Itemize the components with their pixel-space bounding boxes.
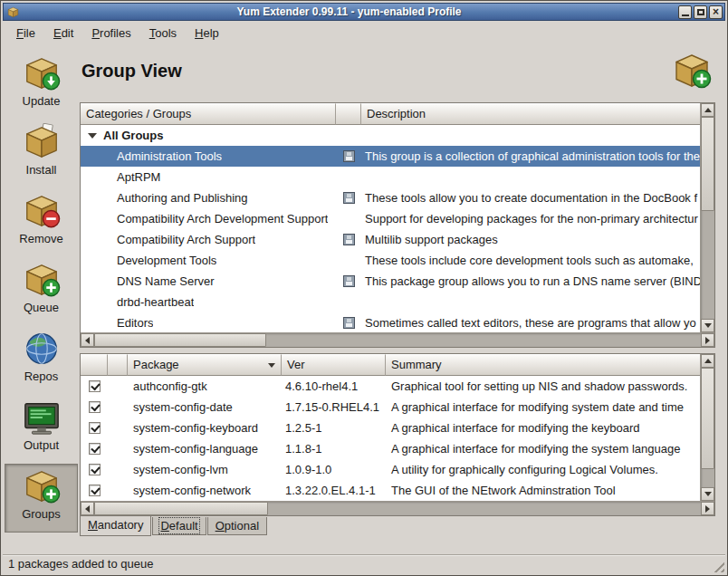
scroll-thumb[interactable] (701, 117, 714, 211)
group-row[interactable]: DNS Name Server This package group allow… (81, 271, 700, 292)
page-title: Group View (81, 61, 182, 82)
arrow-up-icon (704, 359, 712, 363)
package-name: system-config-lvm (128, 459, 282, 480)
package-row[interactable]: authconfig-gtk 4.6.10-rhel4.1 Graphical … (81, 376, 700, 397)
groups-horizontal-scrollbar[interactable] (81, 332, 714, 347)
package-version: 1.1.8-1 (282, 438, 386, 459)
group-description: These tools allow you to create document… (361, 187, 700, 208)
group-row[interactable]: Compatibility Arch Support Multilib supp… (81, 229, 700, 250)
tab-default[interactable]: Default (152, 517, 206, 535)
package-checkbox[interactable] (89, 380, 101, 392)
package-checkbox[interactable] (89, 401, 101, 413)
sidebar-item-output[interactable]: Output (5, 395, 78, 464)
group-row[interactable]: drbd-heartbeat (81, 292, 700, 312)
scroll-track[interactable] (94, 333, 701, 347)
menu-profiles[interactable]: Profiles (83, 24, 139, 42)
sidebar-item-install[interactable]: Install (5, 120, 78, 188)
titlebar[interactable]: Yum Extender 0.99.11 - yum-enabled Profi… (3, 3, 725, 21)
package-row[interactable]: system-config-language 1.1.8-1 A graphic… (81, 438, 700, 459)
sidebar-label: Remove (5, 232, 77, 245)
menu-edit[interactable]: Edit (45, 24, 81, 42)
group-row[interactable]: Administration Tools This group is a col… (81, 146, 700, 167)
package-summary: A utility for graphically configuring Lo… (386, 459, 700, 480)
groups-vertical-scrollbar[interactable] (700, 103, 714, 332)
group-row[interactable]: Compatibility Arch Development Support S… (81, 208, 700, 229)
scroll-track[interactable] (701, 117, 714, 319)
groups-table: Categories / Groups Description All Grou… (80, 102, 715, 348)
scroll-track[interactable] (701, 368, 714, 487)
group-row[interactable]: AptRPM (81, 167, 700, 187)
package-version: 4.6.10-rhel4.1 (282, 376, 386, 397)
package-name: system-config-network (128, 480, 282, 501)
tab-optional[interactable]: Optional (207, 517, 267, 535)
arrow-right-icon (705, 337, 710, 344)
scroll-track[interactable] (94, 502, 701, 515)
group-row[interactable]: Development Tools These tools include co… (81, 250, 700, 271)
group-description: This package group allows you to run a D… (361, 271, 700, 292)
sidebar-item-remove[interactable]: Remove (5, 188, 78, 257)
close-button[interactable]: × (709, 5, 723, 19)
package-checkbox[interactable] (89, 464, 101, 475)
column-header-status[interactable] (108, 354, 128, 376)
resize-grip-icon[interactable] (711, 559, 724, 572)
close-icon: × (713, 7, 719, 17)
package-checkbox[interactable] (89, 443, 101, 455)
package-checkbox[interactable] (89, 485, 101, 496)
column-header-checkbox[interactable] (81, 354, 108, 376)
scroll-up-button[interactable] (701, 103, 714, 117)
scroll-down-button[interactable] (701, 487, 714, 501)
packages-horizontal-scrollbar[interactable] (81, 501, 714, 515)
groups-rows: All Groups Administration Tools This gro… (81, 125, 700, 332)
menu-tools[interactable]: Tools (141, 24, 185, 42)
menu-file[interactable]: File (8, 24, 43, 42)
group-description: Support for developing packages for the … (361, 208, 700, 229)
package-install-icon (21, 123, 62, 161)
column-header-icon[interactable] (336, 103, 361, 125)
scroll-left-button[interactable] (81, 333, 94, 347)
sidebar-item-repos[interactable]: Repos (5, 326, 78, 395)
expander-down-icon[interactable] (88, 133, 97, 139)
package-checkbox[interactable] (89, 422, 101, 434)
group-description: This group is a collection of graphical … (361, 146, 700, 167)
package-row[interactable]: system-config-network 1.3.22.0.EL.4.1-1 … (81, 480, 700, 501)
menu-help[interactable]: Help (187, 24, 227, 42)
arrow-left-icon (85, 337, 90, 344)
package-version: 1.7.15-0.RHEL4.1 (282, 397, 386, 418)
app-window: Yum Extender 0.99.11 - yum-enabled Profi… (0, 0, 728, 576)
package-row[interactable]: system-config-date 1.7.15-0.RHEL4.1 A gr… (81, 397, 700, 418)
column-header-summary[interactable]: Summary (386, 354, 700, 376)
group-root-row[interactable]: All Groups (81, 125, 700, 146)
groups-table-header: Categories / Groups Description (81, 103, 700, 125)
scroll-thumb[interactable] (94, 502, 268, 515)
sidebar-item-groups[interactable]: Groups (5, 464, 78, 533)
scroll-thumb[interactable] (701, 368, 714, 469)
scroll-up-button[interactable] (701, 354, 714, 368)
sidebar-item-queue[interactable]: Queue (5, 257, 78, 326)
scroll-right-button[interactable] (701, 502, 714, 515)
column-header-categories[interactable]: Categories / Groups (81, 103, 336, 125)
column-header-ver[interactable]: Ver (282, 354, 386, 376)
package-summary: The GUI of the NEtwork Adminstration Too… (386, 480, 700, 501)
main-area: Group View Categories / Groups Descripti… (80, 44, 724, 553)
packages-vertical-scrollbar[interactable] (700, 354, 714, 501)
scroll-down-button[interactable] (701, 319, 714, 332)
package-row[interactable]: system-config-lvm 1.0.9-1.0 A utility fo… (81, 459, 700, 480)
group-row[interactable]: Authoring and Publishing These tools all… (81, 187, 700, 208)
sidebar-label: Repos (5, 370, 77, 383)
column-header-package[interactable]: Package (128, 354, 282, 376)
window-title: Yum Extender 0.99.11 - yum-enabled Profi… (20, 5, 678, 18)
maximize-button[interactable] (694, 5, 707, 19)
group-name: AptRPM (81, 167, 160, 187)
package-row[interactable]: system-config-keyboard 1.2.5-1 A graphic… (81, 418, 700, 438)
column-header-description[interactable]: Description (361, 103, 700, 125)
arrow-up-icon (704, 108, 712, 112)
package-name: system-config-date (128, 397, 282, 418)
minimize-button[interactable] (678, 5, 692, 19)
scroll-left-button[interactable] (81, 502, 94, 515)
floppy-icon (343, 234, 355, 245)
sidebar-item-update[interactable]: Update (5, 51, 78, 120)
tab-mandatory[interactable]: Mandatory (80, 515, 151, 536)
scroll-right-button[interactable] (701, 333, 714, 347)
scroll-thumb[interactable] (94, 333, 266, 347)
group-row[interactable]: Editors Sometimes called text editors, t… (81, 312, 700, 332)
